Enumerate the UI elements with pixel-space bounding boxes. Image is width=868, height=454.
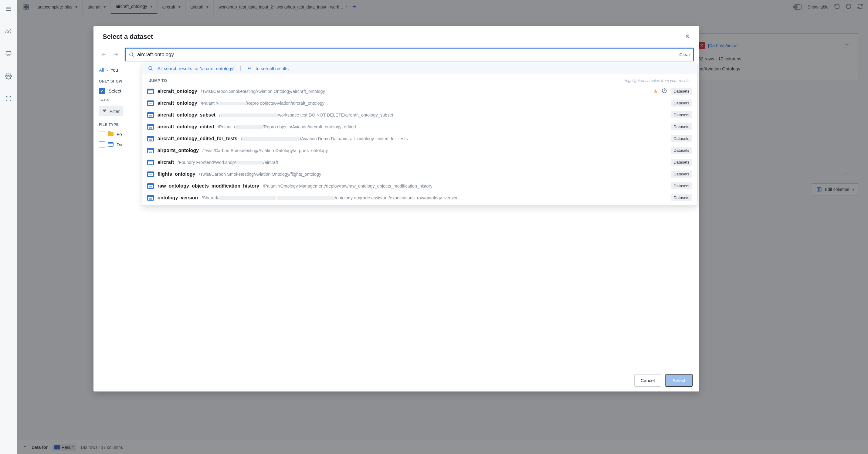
- checkbox-icon[interactable]: [99, 142, 105, 148]
- clear-button[interactable]: Clear: [679, 52, 690, 57]
- crumb-you: You: [111, 67, 118, 72]
- back-icon[interactable]: [98, 49, 110, 61]
- result-right: Datasets: [671, 171, 692, 178]
- file-type-dataset-label: Da: [117, 142, 122, 147]
- result-path: /Palantir/Ontology Management/deploy/raw…: [263, 184, 667, 188]
- file-type-folder[interactable]: Fo: [99, 131, 137, 137]
- menu-icon[interactable]: [4, 4, 13, 13]
- only-show-select-label: Select: [108, 88, 121, 93]
- modal-title: Select a dataset: [102, 33, 153, 41]
- svg-rect-0: [6, 52, 11, 55]
- result-right: Datasets: [671, 182, 692, 189]
- result-path: /Twist/Carbon Smoketesting/Aviation Onto…: [201, 89, 649, 94]
- result-right: ★Datasets: [653, 88, 692, 95]
- dataset-icon: [147, 148, 154, 153]
- result-right: Datasets: [671, 123, 692, 130]
- dataset-icon: [147, 89, 154, 94]
- suggestion-row[interactable]: aircraft_ontology/Twist/Carbon Smoketest…: [142, 85, 697, 97]
- result-right: Datasets: [671, 111, 692, 118]
- forward-icon[interactable]: [110, 49, 122, 61]
- highlighted-label: Highlighted samples from your results: [625, 78, 690, 83]
- folder-icon: [108, 132, 114, 136]
- search-icon: [129, 52, 134, 57]
- result-right: Datasets: [671, 135, 692, 142]
- crumb-all[interactable]: All: [99, 67, 104, 72]
- history-icon: [662, 88, 667, 94]
- result-name: ontology_version: [157, 195, 198, 201]
- datasets-badge: Datasets: [671, 147, 692, 154]
- filters-sidebar: All › You ONLY SHOW Select TAGS Filter F…: [93, 63, 142, 369]
- modal-footer: Cancel Select: [93, 369, 699, 392]
- result-name: aircraft_ontology: [157, 100, 197, 106]
- suggestion-row[interactable]: aircraft_ontology_edited_for_tests//Avia…: [142, 132, 697, 145]
- search-all-row[interactable]: All search results for 'aircraft ontolog…: [142, 62, 697, 74]
- suggestion-row[interactable]: aircraft_ontology/Palantir//Repro object…: [142, 97, 697, 109]
- datasets-badge: Datasets: [671, 111, 692, 118]
- variables-icon[interactable]: (x): [4, 27, 13, 36]
- datasets-badge: Datasets: [671, 123, 692, 130]
- dataset-icon: [147, 112, 154, 118]
- result-right: Datasets: [671, 147, 692, 154]
- tags-label: TAGS: [99, 98, 137, 102]
- result-name: aircraft_ontology_edited: [157, 124, 214, 129]
- left-rail: (x): [0, 0, 17, 454]
- svg-point-7: [130, 53, 133, 56]
- suggestions-header: JUMP TO Highlighted samples from your re…: [142, 74, 697, 85]
- dataset-icon: [147, 183, 154, 189]
- suggestion-row[interactable]: raw_ontology_objects_modification_histor…: [142, 180, 697, 192]
- checkbox-checked-icon[interactable]: [99, 88, 105, 94]
- result-path: /Foundry Frontend/Workshop//aircraft: [178, 160, 667, 165]
- presentation-icon[interactable]: [4, 49, 13, 58]
- datasets-badge: Datasets: [671, 171, 692, 178]
- suggestion-row[interactable]: airports_ontology/Twist/Carbon Smoketest…: [142, 145, 697, 156]
- result-path: /workspace test DO NOT DELETE/aircraft_o…: [219, 113, 667, 117]
- only-show-label: ONLY SHOW: [99, 79, 137, 84]
- file-type-folder-label: Fo: [117, 132, 122, 137]
- frame-icon[interactable]: [4, 94, 13, 103]
- search-input[interactable]: [137, 52, 676, 58]
- result-path: /Twist/Carbon Smoketesting/Aviation Onto…: [203, 148, 667, 153]
- result-name: airports_ontology: [157, 148, 199, 153]
- select-button[interactable]: Select: [665, 374, 692, 387]
- suggestion-row[interactable]: flights_ontology/Twist/Carbon Smoketesti…: [142, 168, 697, 180]
- datasets-badge: Datasets: [671, 159, 692, 166]
- see-all-text: to see all results: [256, 66, 289, 71]
- suggestion-row[interactable]: ontology_version/Shared//ontology upgrad…: [142, 192, 697, 204]
- star-icon: ★: [653, 88, 658, 95]
- chevron-right-icon: ›: [106, 67, 108, 72]
- result-path: /Palantir//Repro objects/Aviation/aircra…: [201, 101, 667, 105]
- result-right: Datasets: [671, 159, 692, 166]
- only-show-select[interactable]: Select: [99, 88, 137, 94]
- result-name: aircraft_ontology_edited_for_tests: [157, 136, 237, 142]
- modal-header: Select a dataset: [93, 26, 699, 46]
- suggestion-row[interactable]: aircraft_ontology_subset/workspace test …: [142, 109, 697, 121]
- result-path: //Aviation Demo Data/aircraft_ontology_e…: [241, 136, 667, 141]
- dataset-icon: [147, 160, 154, 165]
- dataset-icon: [147, 136, 154, 142]
- svg-point-1: [8, 75, 9, 77]
- close-icon[interactable]: [685, 33, 690, 40]
- dataset-icon: [147, 195, 154, 201]
- file-type-dataset[interactable]: Da: [99, 142, 137, 148]
- result-name: aircraft: [157, 160, 174, 165]
- file-type-label: FILE TYPE: [99, 123, 137, 127]
- settings-icon[interactable]: [4, 71, 13, 81]
- datasets-badge: Datasets: [671, 135, 692, 142]
- suggestion-row[interactable]: aircraft_ontology_edited/Palantir//Repro…: [142, 121, 697, 132]
- result-right: Datasets: [671, 99, 692, 107]
- result-right: Datasets: [671, 194, 692, 201]
- search-wrap: Clear: [125, 48, 694, 61]
- cancel-button[interactable]: Cancel: [634, 374, 661, 387]
- search-all-text: All search results for 'aircraft ontolog…: [157, 66, 234, 71]
- result-name: aircraft_ontology: [157, 89, 197, 94]
- suggestions-dropdown: All search results for 'aircraft ontolog…: [142, 62, 698, 206]
- tag-filter-button[interactable]: Filter: [99, 107, 123, 116]
- checkbox-icon[interactable]: [99, 131, 105, 137]
- suggestion-row[interactable]: aircraft/Foundry Frontend/Workshop//airc…: [142, 156, 697, 168]
- modal-body: All › You ONLY SHOW Select TAGS Filter F…: [93, 63, 699, 369]
- dataset-icon: [147, 124, 154, 129]
- datasets-badge: Datasets: [671, 88, 692, 95]
- dataset-icon: [108, 142, 114, 147]
- tag-filter-label: Filter: [110, 109, 120, 114]
- result-name: raw_ontology_objects_modification_histor…: [157, 183, 259, 189]
